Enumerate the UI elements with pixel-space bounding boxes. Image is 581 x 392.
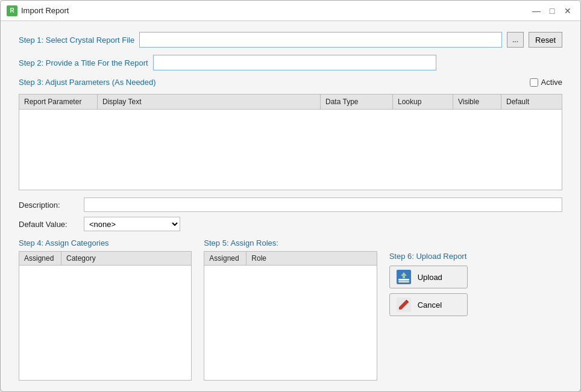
role-col-assigned: Assigned	[204, 252, 247, 265]
upload-button[interactable]: Upload	[389, 266, 468, 288]
title-bar-left: R Import Report	[7, 5, 69, 16]
cat-col-category: Category	[61, 252, 191, 265]
title-bar: R Import Report — □ ✕	[1, 1, 580, 21]
svg-rect-2	[398, 281, 409, 282]
cancel-icon	[395, 297, 413, 313]
browse-button[interactable]: ...	[507, 32, 524, 48]
svg-rect-1	[398, 279, 409, 281]
step4-label: Step 4: Assign Categories	[19, 238, 192, 247]
content-area: Step 1: Select Crystal Report File ... R…	[1, 21, 580, 391]
col-data-type: Data Type	[321, 95, 393, 109]
upload-label: Upload	[418, 273, 442, 282]
col-visible: Visible	[453, 95, 501, 109]
import-report-window: R Import Report — □ ✕ Step 1: Select Cry…	[0, 0, 581, 392]
description-row: Description:	[19, 198, 562, 212]
active-label: Active	[541, 78, 562, 87]
step4-section: Step 4: Assign Categories Assigned Categ…	[19, 238, 192, 381]
cancel-button[interactable]: Cancel	[389, 293, 468, 316]
categories-header: Assigned Category	[19, 252, 191, 266]
minimize-button[interactable]: —	[530, 4, 543, 17]
step5-label: Step 5: Assign Roles:	[204, 238, 377, 247]
step3-label: Step 3: Adjust Parameters (As Needed)	[19, 78, 156, 87]
cat-col-assigned: Assigned	[19, 252, 61, 265]
active-checkbox[interactable]	[530, 78, 538, 87]
step1-row: Step 1: Select Crystal Report File ... R…	[19, 32, 562, 48]
maximize-button[interactable]: □	[545, 4, 559, 17]
desc-default-section: Description: Default Value: <none>	[19, 198, 562, 231]
step5-section: Step 5: Assign Roles: Assigned Role	[204, 238, 377, 381]
cancel-label: Cancel	[418, 300, 442, 310]
step1-label: Step 1: Select Crystal Report File	[19, 36, 134, 45]
col-lookup: Lookup	[393, 95, 453, 109]
step2-label: Step 2: Provide a Title For the Report	[19, 58, 148, 67]
description-input[interactable]	[84, 198, 562, 212]
active-checkbox-wrapper: Active	[530, 78, 562, 87]
bottom-section: Step 4: Assign Categories Assigned Categ…	[19, 238, 562, 381]
close-button[interactable]: ✕	[561, 4, 574, 17]
default-value-label: Default Value:	[19, 220, 79, 229]
step6-section: Step 6: Upload Report Upload	[389, 238, 562, 381]
report-title-input[interactable]	[153, 55, 436, 70]
default-value-row: Default Value: <none>	[19, 217, 562, 231]
parameters-table: Report Parameter Display Text Data Type …	[19, 94, 562, 190]
roles-table: Assigned Role	[204, 251, 377, 381]
default-value-select[interactable]: <none>	[84, 217, 180, 231]
reset-button[interactable]: Reset	[529, 32, 562, 48]
app-icon: R	[7, 5, 17, 16]
table-body	[19, 110, 562, 170]
categories-table: Assigned Category	[19, 251, 192, 381]
role-col-role: Role	[247, 252, 376, 265]
step3-row: Step 3: Adjust Parameters (As Needed) Ac…	[19, 78, 562, 87]
col-display-text: Display Text	[98, 95, 321, 109]
crystal-report-file-input[interactable]	[139, 32, 502, 48]
table-header: Report Parameter Display Text Data Type …	[19, 95, 562, 110]
step2-row: Step 2: Provide a Title For the Report	[19, 55, 562, 70]
step6-label: Step 6: Upload Report	[389, 252, 562, 261]
title-controls: — □ ✕	[530, 4, 574, 17]
col-report-parameter: Report Parameter	[19, 95, 98, 109]
roles-header: Assigned Role	[204, 252, 376, 266]
col-default: Default	[501, 95, 562, 109]
upload-icon	[395, 269, 413, 285]
window-title: Import Report	[21, 6, 69, 15]
description-label: Description:	[19, 201, 79, 210]
